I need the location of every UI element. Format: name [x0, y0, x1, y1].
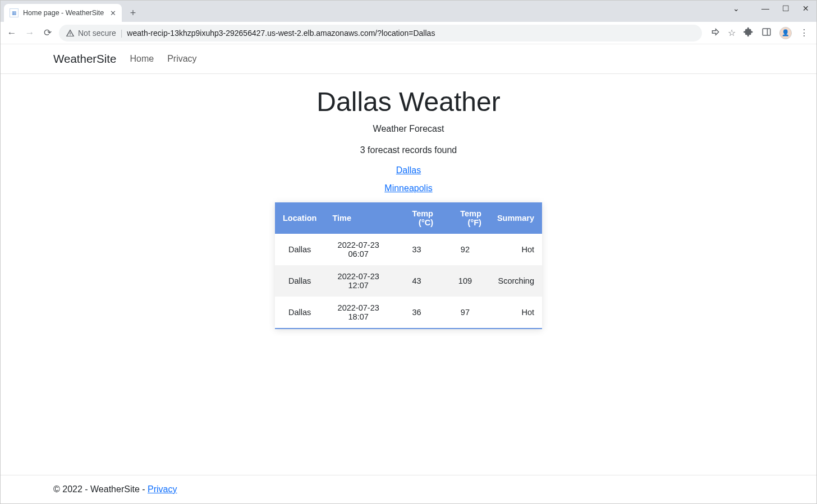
favicon-icon: ▦ — [10, 8, 19, 17]
cell-summary: Scorching — [489, 265, 542, 297]
new-tab-button[interactable]: + — [125, 5, 141, 21]
footer-privacy-link[interactable]: Privacy — [148, 484, 177, 494]
window-controls: ⌄ — ☐ ✕ — [728, 4, 814, 13]
cell-time: 2022-07-23 12:07 — [324, 265, 392, 297]
cell-temp-c: 33 — [392, 234, 441, 265]
chevron-down-icon[interactable]: ⌄ — [728, 4, 745, 13]
tab-strip: ▦ Home page - WeatherSite ✕ + ⌄ — ☐ ✕ — [1, 1, 816, 22]
table-row: Dallas 2022-07-23 12:07 43 109 Scorching — [275, 265, 542, 297]
address-bar[interactable]: Not secure | weath-recip-13khzp9ixuhp3-2… — [59, 25, 702, 41]
forward-button[interactable]: → — [23, 27, 36, 39]
cell-temp-c: 36 — [392, 297, 441, 328]
cell-temp-f: 109 — [441, 265, 489, 297]
share-icon[interactable] — [710, 27, 720, 39]
not-secure-label: Not secure — [78, 29, 116, 38]
cell-temp-c: 43 — [392, 265, 441, 297]
footer-copyright: © 2022 - WeatherSite - — [53, 484, 148, 494]
col-location: Location — [275, 202, 324, 234]
records-found: 3 forecast records found — [1, 145, 816, 155]
nav-privacy[interactable]: Privacy — [167, 54, 196, 64]
url-text: weath-recip-13khzp9ixuhp3-292656427.us-w… — [127, 29, 435, 38]
warning-icon — [66, 29, 75, 38]
table-row: Dallas 2022-07-23 18:07 36 97 Hot — [275, 297, 542, 328]
close-icon[interactable]: ✕ — [110, 9, 116, 17]
cell-summary: Hot — [489, 234, 542, 265]
cell-location: Dallas — [275, 234, 324, 265]
close-window-button[interactable]: ✕ — [797, 4, 814, 13]
extensions-icon[interactable] — [743, 27, 754, 39]
col-summary: Summary — [489, 202, 542, 234]
bookmark-icon[interactable]: ☆ — [728, 27, 736, 38]
forecast-table: Location Time Temp (°C) Temp (°F) Summar… — [275, 202, 542, 329]
maximize-button[interactable]: ☐ — [777, 4, 794, 13]
browser-window: ▦ Home page - WeatherSite ✕ + ⌄ — ☐ ✕ ← … — [0, 0, 817, 504]
cell-location: Dallas — [275, 265, 324, 297]
browser-toolbar: ← → ⟳ Not secure | weath-recip-13khzp9ix… — [1, 22, 816, 44]
profile-avatar[interactable]: 👤 — [779, 27, 792, 39]
reload-button[interactable]: ⟳ — [41, 27, 54, 39]
city-link-minneapolis[interactable]: Minneapolis — [1, 183, 816, 193]
site-footer: © 2022 - WeatherSite - Privacy — [1, 475, 816, 503]
table-row: Dallas 2022-07-23 06:07 33 92 Hot — [275, 234, 542, 265]
toolbar-right: ☆ 👤 ⋮ — [706, 27, 812, 39]
page-content: WeatherSite Home Privacy Dallas Weather … — [1, 44, 816, 503]
tab-title: Home page - WeatherSite — [23, 9, 105, 17]
side-panel-icon[interactable] — [761, 27, 772, 39]
col-temp-c: Temp (°C) — [392, 202, 441, 234]
menu-icon[interactable]: ⋮ — [800, 27, 809, 38]
col-time: Time — [324, 202, 392, 234]
table-header-row: Location Time Temp (°C) Temp (°F) Summar… — [275, 202, 542, 234]
back-button[interactable]: ← — [5, 27, 19, 39]
nav-home[interactable]: Home — [130, 54, 154, 64]
cell-location: Dallas — [275, 297, 324, 328]
cell-temp-f: 97 — [441, 297, 489, 328]
main-content: Dallas Weather Weather Forecast 3 foreca… — [1, 74, 816, 475]
site-navbar: WeatherSite Home Privacy — [1, 44, 816, 74]
cell-summary: Hot — [489, 297, 542, 328]
cell-time: 2022-07-23 18:07 — [324, 297, 392, 328]
minimize-button[interactable]: — — [757, 4, 774, 13]
browser-tab[interactable]: ▦ Home page - WeatherSite ✕ — [4, 4, 122, 22]
col-temp-f: Temp (°F) — [441, 202, 489, 234]
cell-temp-f: 92 — [441, 234, 489, 265]
security-status[interactable]: Not secure — [66, 29, 116, 38]
city-link-dallas[interactable]: Dallas — [1, 165, 816, 175]
page-subtitle: Weather Forecast — [1, 124, 816, 134]
cell-time: 2022-07-23 06:07 — [324, 234, 392, 265]
page-title: Dallas Weather — [1, 86, 816, 117]
brand-link[interactable]: WeatherSite — [53, 52, 116, 66]
svg-rect-0 — [763, 29, 770, 35]
